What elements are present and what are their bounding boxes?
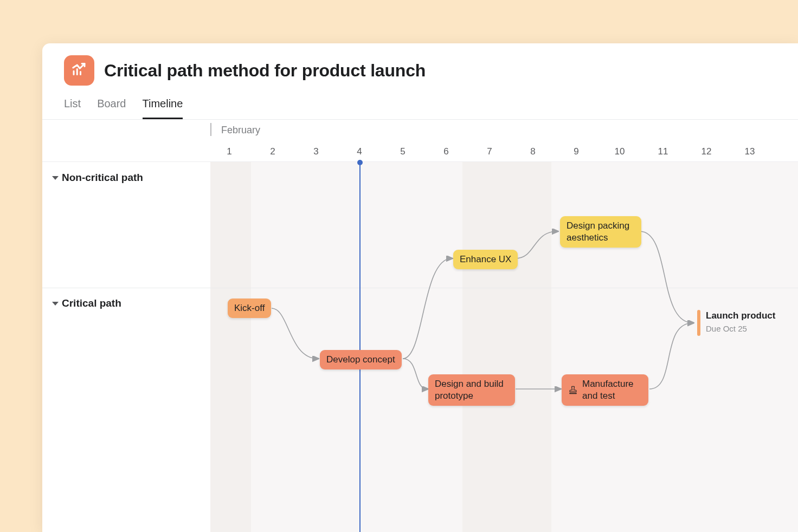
day-header: 10 bbox=[598, 141, 641, 162]
day-header: 9 bbox=[555, 141, 598, 162]
day-header: 5 bbox=[381, 141, 424, 162]
task-label: Enhance UX bbox=[460, 254, 511, 265]
milestone-bar-icon bbox=[697, 310, 700, 336]
today-marker bbox=[359, 162, 361, 532]
timeline-chart-body[interactable]: Non-critical path Critical path bbox=[42, 162, 798, 532]
tab-timeline[interactable]: Timeline bbox=[143, 93, 183, 119]
task-label: Kick-off bbox=[234, 302, 265, 314]
header: Critical path method for product launch … bbox=[42, 43, 798, 119]
timeline: February 1 2 3 4 5 6 7 8 9 10 11 12 13 bbox=[42, 119, 798, 532]
lane-divider bbox=[42, 288, 798, 288]
weekend-shade bbox=[210, 162, 251, 532]
milestone-launch-product[interactable]: Launch product Due Oct 25 bbox=[697, 310, 775, 336]
month-tick bbox=[210, 123, 211, 136]
app-window: Critical path method for product launch … bbox=[42, 43, 798, 532]
month-label: February bbox=[221, 125, 260, 136]
task-manufacture-test[interactable]: Manufacture and test bbox=[562, 374, 648, 406]
weekend-shade bbox=[462, 162, 551, 532]
project-icon-chart-growth bbox=[64, 55, 94, 86]
day-header: 6 bbox=[424, 141, 468, 162]
lane-label: Non-critical path bbox=[62, 172, 143, 184]
lane-label: Critical path bbox=[62, 297, 121, 309]
tab-board[interactable]: Board bbox=[97, 93, 126, 119]
task-label: Design packing aesthetics bbox=[567, 220, 635, 244]
task-label: Manufacture and test bbox=[582, 378, 642, 402]
day-header: 1 bbox=[208, 141, 251, 162]
day-header: 3 bbox=[294, 141, 338, 162]
lane-toggle-critical[interactable]: Critical path bbox=[52, 297, 121, 309]
chevron-down-icon bbox=[52, 302, 59, 306]
day-header: 2 bbox=[251, 141, 294, 162]
task-design-build-prototype[interactable]: Design and build prototype bbox=[428, 374, 515, 406]
chart-growth-icon bbox=[71, 62, 87, 79]
day-header: 4 bbox=[338, 141, 381, 162]
milestone-title: Launch product bbox=[706, 310, 775, 322]
task-develop-concept[interactable]: Develop concept bbox=[320, 350, 402, 369]
page-title: Critical path method for product launch bbox=[104, 61, 426, 81]
task-enhance-ux[interactable]: Enhance UX bbox=[453, 250, 518, 269]
task-design-packing[interactable]: Design packing aesthetics bbox=[560, 216, 641, 248]
timeline-month-row: February bbox=[42, 120, 798, 141]
stamp-icon bbox=[568, 385, 578, 395]
day-header: 12 bbox=[685, 141, 728, 162]
day-header: 11 bbox=[641, 141, 685, 162]
task-kick-off[interactable]: Kick-off bbox=[228, 299, 271, 318]
timeline-day-row: 1 2 3 4 5 6 7 8 9 10 11 12 13 bbox=[42, 141, 798, 162]
view-tabs: List Board Timeline bbox=[64, 93, 776, 119]
task-label: Design and build prototype bbox=[435, 378, 509, 402]
task-label: Develop concept bbox=[326, 354, 395, 366]
chevron-down-icon bbox=[52, 176, 59, 180]
day-header: 13 bbox=[728, 141, 771, 162]
tab-list[interactable]: List bbox=[64, 93, 81, 119]
day-header: 7 bbox=[468, 141, 511, 162]
day-header: 8 bbox=[511, 141, 555, 162]
today-dot-icon bbox=[357, 160, 363, 165]
lane-toggle-non-critical[interactable]: Non-critical path bbox=[52, 172, 143, 184]
milestone-due: Due Oct 25 bbox=[706, 324, 775, 333]
